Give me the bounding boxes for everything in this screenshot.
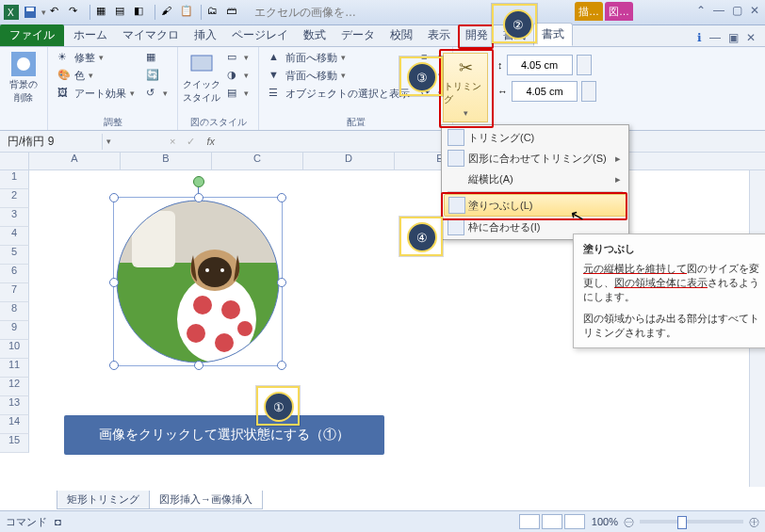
row-header[interactable]: 3 [0, 208, 29, 227]
selection-pane-button[interactable]: ☰オブジェクトの選択と表示 [265, 85, 414, 102]
tab-formulas[interactable]: 数式 [296, 24, 334, 46]
qat-generic-icon[interactable]: ◧ [134, 5, 149, 20]
minimize-ribbon-icon[interactable]: ⌃ [696, 4, 706, 17]
row-header[interactable]: 11 [0, 359, 29, 378]
qat-dd-1[interactable]: ▾ [41, 8, 46, 17]
zoom-slider[interactable] [640, 520, 743, 524]
row-header[interactable]: 8 [0, 302, 29, 321]
sheet-tab[interactable]: 矩形トリミング [57, 491, 150, 509]
width-spinner[interactable] [581, 81, 596, 102]
quick-style-button[interactable]: クイック スタイル [184, 49, 220, 107]
zoom-level[interactable]: 100% [592, 516, 618, 527]
tab-dev[interactable]: 開発 [458, 24, 496, 46]
tab-home[interactable]: ホーム [66, 24, 115, 46]
tab-view[interactable]: 表示 [420, 24, 458, 46]
pic-border-button[interactable]: ▭▾ [223, 49, 252, 66]
zoom-out-button[interactable]: ㊀ [624, 515, 634, 529]
menu-item-fill[interactable]: 塗りつぶし(L) [444, 194, 627, 217]
compress-button[interactable]: ▦ [142, 49, 171, 66]
row-header[interactable]: 10 [0, 340, 29, 359]
close-icon[interactable]: ✕ [750, 4, 759, 17]
crop-trimming-button[interactable]: ✂ トリミング ▾ [443, 53, 488, 122]
row-header[interactable]: 4 [0, 227, 29, 246]
save-icon[interactable] [23, 5, 38, 20]
name-box-dd[interactable]: ▾ [103, 137, 115, 146]
tab-format-draw[interactable]: 書式 [496, 24, 533, 46]
menu-item-crop[interactable]: トリミング(C) [444, 127, 627, 148]
corrections-button[interactable]: ☀修整▾ [54, 49, 138, 66]
row-header[interactable]: 15 [0, 434, 29, 453]
height-input[interactable] [507, 55, 573, 75]
qat-generic-icon[interactable]: 🗃 [226, 5, 241, 20]
resize-handle[interactable] [277, 278, 286, 287]
maximize-icon[interactable]: ▢ [732, 4, 742, 17]
tab-data[interactable]: データ [334, 24, 382, 46]
workbook-close-icon[interactable]: ✕ [746, 31, 756, 44]
resize-handle[interactable] [277, 193, 286, 202]
menu-item-aspect-ratio[interactable]: 縦横比(A)▸ [444, 169, 627, 189]
view-layout-button[interactable] [542, 514, 562, 529]
tab-format-picture[interactable]: 書式 [533, 23, 573, 46]
menu-item-crop-to-shape[interactable]: 図形に合わせてトリミング(S)▸ [444, 148, 627, 169]
row-header[interactable]: 7 [0, 283, 29, 302]
tab-pagelayout[interactable]: ページレイ [224, 24, 296, 46]
context-tab-drawing[interactable]: 描… [575, 2, 603, 21]
row-header[interactable]: 13 [0, 396, 29, 415]
zoom-in-button[interactable]: ㊉ [749, 515, 759, 529]
minimize-icon[interactable]: — [713, 4, 724, 17]
bring-forward-button[interactable]: ▲前面へ移動▾ [265, 49, 414, 66]
redo-icon[interactable]: ↷ [69, 5, 84, 20]
row-header[interactable]: 1 [0, 170, 29, 189]
qat-generic-icon[interactable]: ▤ [115, 5, 130, 20]
tab-file[interactable]: ファイル [0, 24, 64, 46]
rotate-handle[interactable] [193, 176, 204, 187]
resize-handle[interactable] [194, 193, 203, 202]
resize-handle[interactable] [194, 361, 203, 370]
tab-mymacro[interactable]: マイマクロ [115, 24, 187, 46]
resize-handle[interactable] [109, 278, 119, 287]
view-break-button[interactable] [564, 514, 585, 529]
row-header[interactable]: 9 [0, 321, 29, 340]
qat-generic-icon[interactable]: 📋 [180, 5, 195, 20]
selected-picture[interactable] [113, 197, 283, 366]
send-backward-button[interactable]: ▼背面へ移動▾ [265, 67, 414, 84]
col-A[interactable]: A [29, 153, 121, 169]
row-header[interactable]: 6 [0, 265, 29, 283]
color-button[interactable]: 🎨色▾ [54, 67, 138, 84]
name-box[interactable]: 円/楕円 9 [0, 134, 103, 150]
resize-handle[interactable] [109, 193, 119, 202]
col-C[interactable]: C [212, 153, 303, 169]
enter-formula-icon[interactable]: ✓ [183, 136, 199, 148]
help-icon[interactable]: ℹ [697, 31, 702, 44]
remove-background-button[interactable]: 背景の 削除 [6, 49, 41, 107]
resize-handle[interactable] [109, 361, 119, 370]
qat-generic-icon[interactable]: 🗂 [207, 5, 222, 20]
qat-generic-icon[interactable]: ▦ [96, 5, 111, 20]
row-header[interactable]: 14 [0, 415, 29, 434]
tab-review[interactable]: 校閲 [382, 24, 420, 46]
qat-generic-icon[interactable]: 🖌 [161, 5, 176, 20]
artistic-effects-button[interactable]: 🖼アート効果▾ [54, 85, 138, 102]
pic-effects-button[interactable]: ◑▾ [223, 67, 252, 84]
undo-icon[interactable]: ↶ [50, 5, 65, 20]
view-normal-button[interactable] [519, 514, 540, 529]
row-header[interactable]: 5 [0, 246, 29, 265]
context-tab-picture[interactable]: 図… [605, 2, 633, 21]
width-input[interactable] [512, 81, 578, 102]
tab-insert[interactable]: 挿入 [187, 24, 224, 46]
pic-layout-button[interactable]: ▤▾ [223, 85, 252, 102]
sheet-tab[interactable]: 図形挿入→画像挿入 [149, 491, 263, 509]
height-spinner[interactable] [577, 55, 592, 75]
change-pic-button[interactable]: 🔄 [142, 67, 171, 84]
reset-pic-button[interactable]: ↺▾ [142, 85, 171, 102]
row-header[interactable]: 2 [0, 189, 29, 208]
col-B[interactable]: B [121, 153, 212, 169]
fx-icon[interactable]: fx [199, 136, 222, 147]
row-header[interactable]: 12 [0, 378, 29, 396]
workbook-min-icon[interactable]: — [709, 31, 721, 44]
resize-handle[interactable] [277, 361, 286, 370]
macro-record-icon[interactable]: ◘ [55, 516, 61, 527]
cancel-formula-icon[interactable]: × [162, 136, 183, 147]
col-D[interactable]: D [303, 153, 395, 169]
workbook-restore-icon[interactable]: ▣ [728, 31, 739, 44]
